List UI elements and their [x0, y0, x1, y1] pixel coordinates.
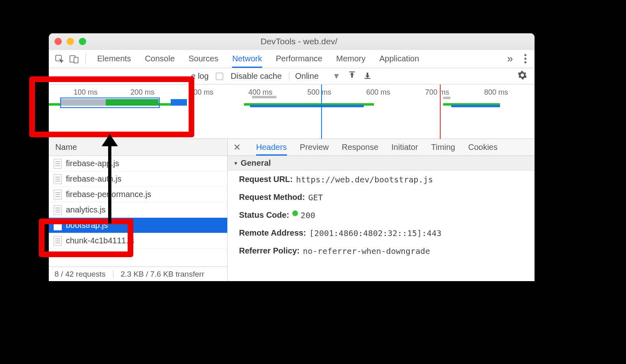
download-icon[interactable]: [363, 71, 372, 81]
request-name: bootstrap.js: [66, 221, 108, 230]
request-bar: [250, 105, 364, 107]
general-section-header[interactable]: ▼ General: [228, 156, 535, 171]
inspect-icon[interactable]: [54, 53, 65, 65]
tab-initiator[interactable]: Initiator: [391, 139, 418, 155]
domcontentloaded-marker: [321, 84, 322, 139]
tab-application[interactable]: Application: [379, 50, 419, 67]
svg-rect-3: [349, 72, 355, 72]
disable-cache-checkbox[interactable]: [216, 73, 223, 80]
value: no-referrer-when-downgrade: [303, 246, 430, 256]
kebab-menu-icon[interactable]: [521, 54, 530, 63]
tab-console[interactable]: Console: [145, 50, 174, 67]
devtools-window: DevTools - web.dev/ Elements Console Sou…: [49, 33, 535, 281]
svg-rect-2: [74, 57, 78, 63]
column-header-name[interactable]: Name: [49, 139, 227, 156]
request-name: firebase-app.js: [66, 159, 119, 168]
value: GET: [308, 193, 323, 202]
gear-icon[interactable]: [517, 70, 527, 82]
tab-headers[interactable]: Headers: [256, 139, 287, 155]
tick: 300 ms: [189, 88, 213, 97]
detail-panel: ✕ Headers Preview Response Initiator Tim…: [228, 139, 535, 281]
value: https://web.dev/bootstrap.js: [296, 175, 433, 184]
top-tabbar: Elements Console Sources Network Perform…: [49, 50, 535, 68]
label: Request Method:: [239, 193, 305, 202]
request-bar: [451, 105, 500, 107]
tab-elements[interactable]: Elements: [97, 50, 131, 67]
timeline-overview[interactable]: 100 ms 200 ms 300 ms 400 ms 500 ms 600 m…: [49, 84, 535, 139]
request-list-panel: Name firebase-app.js firebase-auth.js fi…: [49, 139, 228, 281]
request-name: analytics.js: [66, 205, 106, 214]
request-row[interactable]: firebase-auth.js: [49, 171, 227, 187]
timeline-body: [49, 98, 535, 127]
throttle-value: Online: [295, 72, 319, 81]
file-icon: [54, 190, 62, 199]
kv-request-url: Request URL:https://web.dev/bootstrap.js: [228, 171, 535, 188]
tick: 200 ms: [130, 88, 154, 97]
divider: [85, 54, 86, 64]
label: Status Code:: [239, 210, 289, 220]
tick: 500 ms: [307, 88, 331, 97]
disclosure-triangle-icon: ▼: [233, 160, 238, 166]
request-row[interactable]: analytics.js: [49, 202, 227, 218]
request-row-selected[interactable]: bootstrap.js: [49, 218, 227, 233]
upload-icon[interactable]: [348, 71, 356, 81]
divider: [113, 270, 113, 278]
tick: 100 ms: [74, 88, 98, 97]
request-bar: [443, 97, 450, 99]
request-row[interactable]: firebase-performance.js: [49, 187, 227, 202]
tab-network[interactable]: Network: [232, 50, 262, 67]
window-title: DevTools - web.dev/: [69, 37, 529, 46]
tick: 800 ms: [484, 88, 508, 97]
timeline-selection[interactable]: [60, 98, 160, 108]
detail-tabs: ✕ Headers Preview Response Initiator Tim…: [228, 139, 535, 156]
tab-memory[interactable]: Memory: [336, 50, 365, 67]
request-bar: [171, 99, 187, 106]
tab-sources[interactable]: Sources: [189, 50, 218, 67]
label: Request URL:: [239, 175, 293, 184]
value: 200: [300, 210, 315, 220]
tab-response[interactable]: Response: [342, 139, 378, 155]
panel-tabs: Elements Console Sources Network Perform…: [97, 50, 504, 67]
svg-rect-4: [365, 78, 370, 79]
tab-cookies[interactable]: Cookies: [468, 139, 498, 155]
file-icon: [54, 174, 62, 184]
preserve-log-fragment: e log: [191, 72, 209, 81]
network-toolbar: e log Disable cache Online ▼: [49, 68, 535, 84]
titlebar: DevTools - web.dev/: [49, 33, 535, 50]
request-name: chunk-4c1b4111.js: [66, 236, 134, 245]
throttle-select[interactable]: Online ▼: [289, 72, 341, 81]
tick: 600 ms: [366, 88, 390, 97]
status-bar: 8 / 42 requests 2.3 KB / 7.6 KB transfer…: [49, 266, 227, 281]
value: [2001:4860:4802:32::15]:443: [309, 228, 441, 238]
file-icon: [54, 159, 62, 169]
kv-status-code: Status Code:200: [228, 206, 535, 224]
tick: 700 ms: [425, 88, 449, 97]
tick: 400 ms: [248, 88, 272, 97]
close-window-icon[interactable]: [54, 38, 62, 45]
request-name: firebase-auth.js: [66, 174, 122, 184]
timeline-ticks: 100 ms 200 ms 300 ms 400 ms 500 ms 600 m…: [49, 84, 535, 98]
transfer-size: 2.3 KB / 7.6 KB transferr: [121, 270, 204, 279]
requests-count: 8 / 42 requests: [54, 270, 106, 279]
device-mode-icon[interactable]: [68, 53, 80, 65]
file-icon: [54, 236, 62, 246]
disable-cache-label: Disable cache: [230, 72, 282, 81]
tab-preview[interactable]: Preview: [300, 139, 329, 155]
tab-performance[interactable]: Performance: [276, 50, 323, 67]
close-icon[interactable]: ✕: [233, 142, 241, 153]
request-row[interactable]: firebase-app.js: [49, 156, 227, 171]
label: Referrer Policy:: [239, 246, 300, 256]
kv-referrer-policy: Referrer Policy:no-referrer-when-downgra…: [228, 242, 535, 260]
label: Remote Address:: [239, 228, 306, 238]
file-icon: [54, 221, 62, 230]
load-marker: [440, 84, 441, 139]
request-list[interactable]: firebase-app.js firebase-auth.js firebas…: [49, 156, 227, 266]
tab-timing[interactable]: Timing: [431, 139, 455, 155]
chevron-down-icon: ▼: [333, 72, 341, 81]
request-row[interactable]: chunk-4c1b4111.js: [49, 233, 227, 249]
more-tabs-icon[interactable]: »: [507, 52, 513, 65]
request-bar: [252, 96, 276, 98]
file-icon: [54, 205, 62, 215]
kv-remote-address: Remote Address:[2001:4860:4802:32::15]:4…: [228, 224, 535, 242]
kv-request-method: Request Method:GET: [228, 188, 535, 206]
